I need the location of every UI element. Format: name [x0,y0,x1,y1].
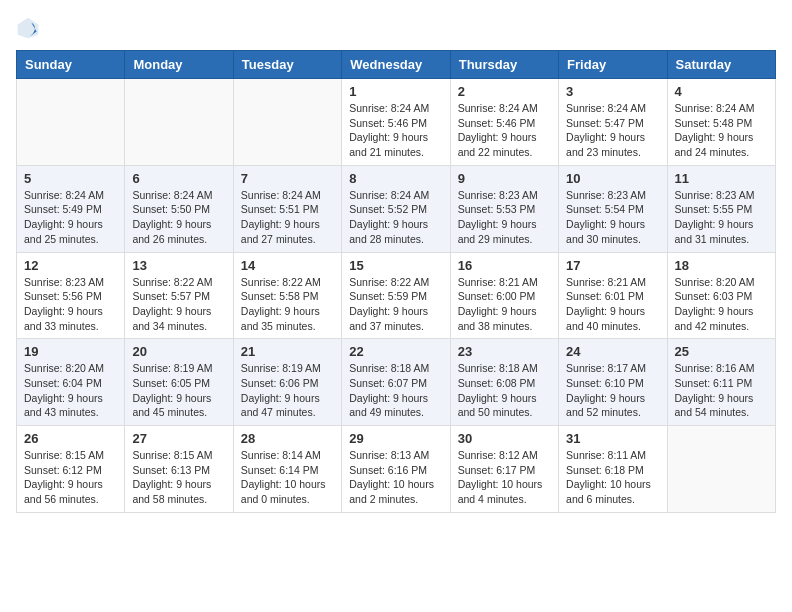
weekday-header-row: SundayMondayTuesdayWednesdayThursdayFrid… [17,51,776,79]
calendar-day-cell: 18Sunrise: 8:20 AM Sunset: 6:03 PM Dayli… [667,252,775,339]
calendar-day-cell: 7Sunrise: 8:24 AM Sunset: 5:51 PM Daylig… [233,165,341,252]
day-info: Sunrise: 8:24 AM Sunset: 5:50 PM Dayligh… [132,188,225,247]
calendar-table: SundayMondayTuesdayWednesdayThursdayFrid… [16,50,776,513]
day-number: 24 [566,344,659,359]
day-number: 15 [349,258,442,273]
calendar-day-cell: 12Sunrise: 8:23 AM Sunset: 5:56 PM Dayli… [17,252,125,339]
day-info: Sunrise: 8:23 AM Sunset: 5:54 PM Dayligh… [566,188,659,247]
calendar-week-row: 19Sunrise: 8:20 AM Sunset: 6:04 PM Dayli… [17,339,776,426]
calendar-day-cell: 5Sunrise: 8:24 AM Sunset: 5:49 PM Daylig… [17,165,125,252]
calendar-day-cell: 9Sunrise: 8:23 AM Sunset: 5:53 PM Daylig… [450,165,558,252]
day-number: 10 [566,171,659,186]
weekday-header-tuesday: Tuesday [233,51,341,79]
day-info: Sunrise: 8:24 AM Sunset: 5:47 PM Dayligh… [566,101,659,160]
calendar-day-cell: 23Sunrise: 8:18 AM Sunset: 6:08 PM Dayli… [450,339,558,426]
calendar-day-cell: 26Sunrise: 8:15 AM Sunset: 6:12 PM Dayli… [17,426,125,513]
day-number: 29 [349,431,442,446]
day-info: Sunrise: 8:23 AM Sunset: 5:55 PM Dayligh… [675,188,768,247]
calendar-day-cell: 17Sunrise: 8:21 AM Sunset: 6:01 PM Dayli… [559,252,667,339]
day-info: Sunrise: 8:19 AM Sunset: 6:06 PM Dayligh… [241,361,334,420]
page-header [16,16,776,40]
day-info: Sunrise: 8:21 AM Sunset: 6:01 PM Dayligh… [566,275,659,334]
day-number: 8 [349,171,442,186]
day-number: 14 [241,258,334,273]
day-number: 1 [349,84,442,99]
calendar-day-cell: 15Sunrise: 8:22 AM Sunset: 5:59 PM Dayli… [342,252,450,339]
logo [16,16,44,40]
calendar-day-cell: 24Sunrise: 8:17 AM Sunset: 6:10 PM Dayli… [559,339,667,426]
day-info: Sunrise: 8:16 AM Sunset: 6:11 PM Dayligh… [675,361,768,420]
svg-marker-0 [18,18,39,39]
day-info: Sunrise: 8:18 AM Sunset: 6:07 PM Dayligh… [349,361,442,420]
calendar-week-row: 5Sunrise: 8:24 AM Sunset: 5:49 PM Daylig… [17,165,776,252]
calendar-day-cell: 10Sunrise: 8:23 AM Sunset: 5:54 PM Dayli… [559,165,667,252]
calendar-day-cell: 6Sunrise: 8:24 AM Sunset: 5:50 PM Daylig… [125,165,233,252]
day-info: Sunrise: 8:22 AM Sunset: 5:57 PM Dayligh… [132,275,225,334]
calendar-day-cell: 20Sunrise: 8:19 AM Sunset: 6:05 PM Dayli… [125,339,233,426]
day-number: 2 [458,84,551,99]
day-number: 6 [132,171,225,186]
day-info: Sunrise: 8:14 AM Sunset: 6:14 PM Dayligh… [241,448,334,507]
calendar-day-cell: 8Sunrise: 8:24 AM Sunset: 5:52 PM Daylig… [342,165,450,252]
day-number: 31 [566,431,659,446]
day-info: Sunrise: 8:24 AM Sunset: 5:46 PM Dayligh… [349,101,442,160]
day-info: Sunrise: 8:24 AM Sunset: 5:51 PM Dayligh… [241,188,334,247]
day-number: 7 [241,171,334,186]
calendar-day-cell: 28Sunrise: 8:14 AM Sunset: 6:14 PM Dayli… [233,426,341,513]
day-info: Sunrise: 8:23 AM Sunset: 5:56 PM Dayligh… [24,275,117,334]
day-number: 11 [675,171,768,186]
day-info: Sunrise: 8:20 AM Sunset: 6:04 PM Dayligh… [24,361,117,420]
day-number: 30 [458,431,551,446]
day-info: Sunrise: 8:24 AM Sunset: 5:52 PM Dayligh… [349,188,442,247]
day-info: Sunrise: 8:12 AM Sunset: 6:17 PM Dayligh… [458,448,551,507]
weekday-header-friday: Friday [559,51,667,79]
day-info: Sunrise: 8:15 AM Sunset: 6:12 PM Dayligh… [24,448,117,507]
generalblue-logo-icon [16,16,40,40]
day-info: Sunrise: 8:15 AM Sunset: 6:13 PM Dayligh… [132,448,225,507]
day-number: 17 [566,258,659,273]
day-info: Sunrise: 8:20 AM Sunset: 6:03 PM Dayligh… [675,275,768,334]
calendar-day-cell: 31Sunrise: 8:11 AM Sunset: 6:18 PM Dayli… [559,426,667,513]
day-number: 26 [24,431,117,446]
day-number: 5 [24,171,117,186]
weekday-header-wednesday: Wednesday [342,51,450,79]
day-number: 12 [24,258,117,273]
calendar-day-cell: 30Sunrise: 8:12 AM Sunset: 6:17 PM Dayli… [450,426,558,513]
calendar-day-cell: 3Sunrise: 8:24 AM Sunset: 5:47 PM Daylig… [559,79,667,166]
day-number: 22 [349,344,442,359]
day-info: Sunrise: 8:11 AM Sunset: 6:18 PM Dayligh… [566,448,659,507]
calendar-day-cell: 11Sunrise: 8:23 AM Sunset: 5:55 PM Dayli… [667,165,775,252]
weekday-header-saturday: Saturday [667,51,775,79]
day-info: Sunrise: 8:24 AM Sunset: 5:48 PM Dayligh… [675,101,768,160]
calendar-day-cell [233,79,341,166]
day-info: Sunrise: 8:17 AM Sunset: 6:10 PM Dayligh… [566,361,659,420]
calendar-day-cell: 25Sunrise: 8:16 AM Sunset: 6:11 PM Dayli… [667,339,775,426]
day-info: Sunrise: 8:18 AM Sunset: 6:08 PM Dayligh… [458,361,551,420]
calendar-day-cell [17,79,125,166]
day-number: 4 [675,84,768,99]
calendar-day-cell: 2Sunrise: 8:24 AM Sunset: 5:46 PM Daylig… [450,79,558,166]
calendar-week-row: 26Sunrise: 8:15 AM Sunset: 6:12 PM Dayli… [17,426,776,513]
day-info: Sunrise: 8:19 AM Sunset: 6:05 PM Dayligh… [132,361,225,420]
calendar-day-cell: 21Sunrise: 8:19 AM Sunset: 6:06 PM Dayli… [233,339,341,426]
day-info: Sunrise: 8:22 AM Sunset: 5:58 PM Dayligh… [241,275,334,334]
day-number: 20 [132,344,225,359]
calendar-day-cell: 27Sunrise: 8:15 AM Sunset: 6:13 PM Dayli… [125,426,233,513]
day-info: Sunrise: 8:24 AM Sunset: 5:49 PM Dayligh… [24,188,117,247]
calendar-day-cell: 22Sunrise: 8:18 AM Sunset: 6:07 PM Dayli… [342,339,450,426]
day-info: Sunrise: 8:22 AM Sunset: 5:59 PM Dayligh… [349,275,442,334]
weekday-header-thursday: Thursday [450,51,558,79]
day-number: 25 [675,344,768,359]
calendar-day-cell: 16Sunrise: 8:21 AM Sunset: 6:00 PM Dayli… [450,252,558,339]
calendar-day-cell: 19Sunrise: 8:20 AM Sunset: 6:04 PM Dayli… [17,339,125,426]
calendar-day-cell: 1Sunrise: 8:24 AM Sunset: 5:46 PM Daylig… [342,79,450,166]
day-info: Sunrise: 8:13 AM Sunset: 6:16 PM Dayligh… [349,448,442,507]
day-number: 13 [132,258,225,273]
calendar-week-row: 1Sunrise: 8:24 AM Sunset: 5:46 PM Daylig… [17,79,776,166]
calendar-day-cell [667,426,775,513]
calendar-day-cell: 14Sunrise: 8:22 AM Sunset: 5:58 PM Dayli… [233,252,341,339]
calendar-day-cell: 29Sunrise: 8:13 AM Sunset: 6:16 PM Dayli… [342,426,450,513]
day-info: Sunrise: 8:24 AM Sunset: 5:46 PM Dayligh… [458,101,551,160]
weekday-header-monday: Monday [125,51,233,79]
weekday-header-sunday: Sunday [17,51,125,79]
